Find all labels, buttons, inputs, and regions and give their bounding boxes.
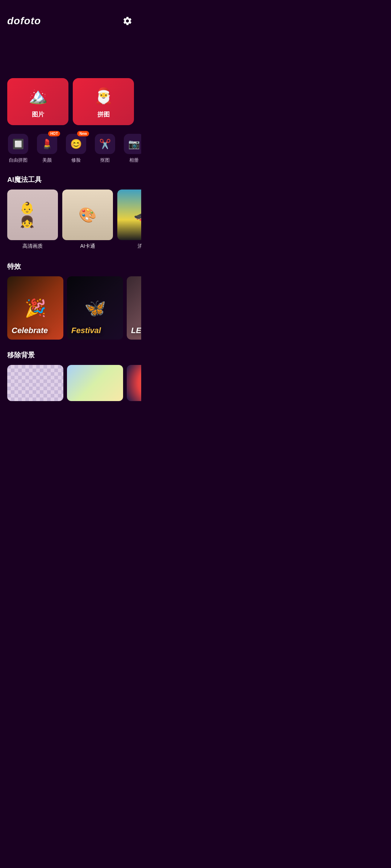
album-label: 相册	[129, 157, 139, 163]
ai-tools-row: 高清画质 AI卡通 消除	[0, 190, 141, 251]
ai-tool-erase-image	[117, 190, 141, 240]
tool-free-collage[interactable]: 🔲 自由拼图	[4, 131, 33, 166]
tool-face-retouch[interactable]: 😊 New 修脸	[62, 131, 91, 166]
album-icon: 📷	[128, 139, 140, 150]
cutout-icon-wrap: ✂️	[95, 134, 115, 154]
new-badge: New	[77, 131, 89, 136]
ai-tool-erase-label: 消除	[117, 240, 141, 251]
ai-tool-cartoon-label: AI卡通	[62, 240, 113, 251]
album-icon-wrap: 📷	[124, 134, 141, 154]
photos-button[interactable]: 🏔️ 图片	[7, 78, 68, 125]
ai-tool-hd-image	[7, 190, 58, 240]
app-root: dofoto 🏔️ 图片 🎅 拼图 🔲 自由拼图 💄	[0, 0, 141, 401]
effects-section-title: 特效	[0, 262, 141, 271]
bg-remove-row	[0, 365, 141, 401]
settings-button[interactable]	[121, 14, 134, 27]
bg-transparent-card[interactable]	[7, 365, 63, 401]
free-collage-icon-wrap: 🔲	[8, 134, 28, 154]
effect-leaks[interactable]: LEAKS	[127, 276, 141, 340]
tools-row: 🔲 自由拼图 💄 HOT 美颜 😊 New 修脸 ✂️ 抠图	[0, 131, 141, 166]
cutout-icon: ✂️	[99, 139, 111, 150]
header: dofoto	[0, 0, 141, 35]
celebrate-label: Celebrate	[12, 326, 48, 335]
bg-remove-section-title: 移除背景	[0, 350, 141, 360]
bg-gradient2-card[interactable]	[127, 365, 141, 401]
cutout-label: 抠图	[100, 157, 110, 163]
collage-button[interactable]: 🎅 拼图	[73, 78, 134, 125]
collage-icon: 🎅	[93, 85, 114, 107]
gear-icon	[122, 16, 133, 26]
beauty-label: 美颜	[42, 157, 52, 163]
ai-section-title: AI魔法工具	[0, 175, 141, 184]
beauty-icon: 💄	[41, 139, 53, 150]
photos-icon: 🏔️	[27, 85, 49, 107]
bg-gradient1-card[interactable]	[67, 365, 123, 401]
tool-cutout[interactable]: ✂️ 抠图	[91, 131, 119, 166]
effects-row: Celebrate Festival LEAKS Wings	[0, 276, 141, 340]
collage-label: 拼图	[97, 110, 110, 119]
main-buttons-row: 🏔️ 图片 🎅 拼图	[0, 78, 141, 125]
free-collage-icon: 🔲	[12, 139, 24, 150]
ai-tool-cartoon[interactable]: AI卡通	[62, 190, 113, 251]
tool-album[interactable]: 📷 相册	[119, 131, 141, 166]
face-retouch-icon-wrap: 😊 New	[66, 134, 86, 154]
festival-label: Festival	[71, 326, 101, 335]
hot-badge: HOT	[48, 131, 60, 136]
beauty-icon-wrap: 💄 HOT	[37, 134, 57, 154]
tool-beauty[interactable]: 💄 HOT 美颜	[33, 131, 62, 166]
effect-celebrate[interactable]: Celebrate	[7, 276, 63, 340]
ai-tool-cartoon-image	[62, 190, 113, 240]
banner-area	[0, 35, 141, 78]
effect-festival[interactable]: Festival	[67, 276, 123, 340]
leaks-label: LEAKS	[131, 326, 141, 335]
app-logo: dofoto	[7, 15, 41, 27]
ai-tool-erase[interactable]: 消除	[117, 190, 141, 251]
ai-tool-hd[interactable]: 高清画质	[7, 190, 58, 251]
face-retouch-label: 修脸	[71, 157, 81, 163]
photos-label: 图片	[32, 110, 44, 119]
face-retouch-icon: 😊	[70, 139, 82, 150]
ai-tool-hd-label: 高清画质	[7, 240, 58, 251]
free-collage-label: 自由拼图	[9, 157, 28, 163]
